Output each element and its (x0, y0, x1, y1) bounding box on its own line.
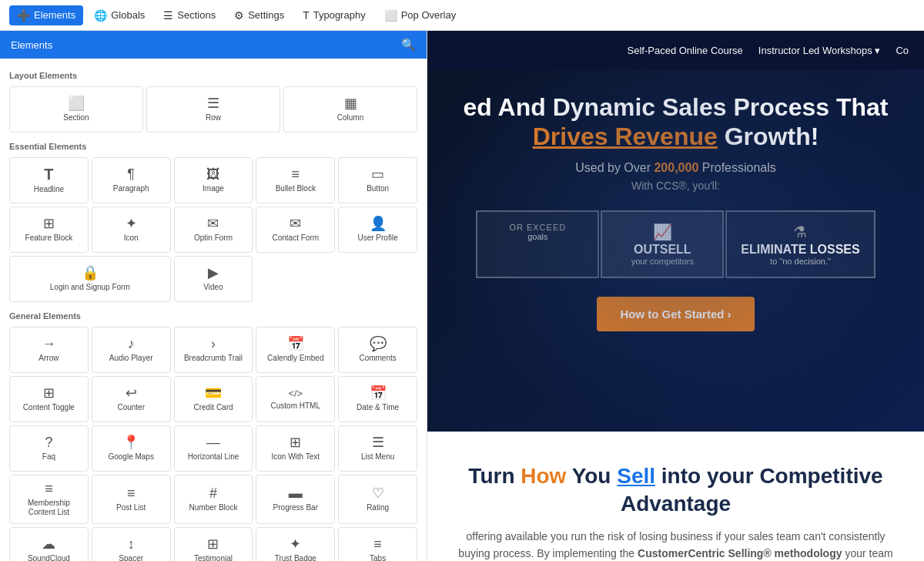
element-arrow[interactable]: → Arrow (9, 327, 89, 373)
element-credit-card[interactable]: 💳 Credit Card (174, 376, 253, 422)
preview-nav-instructor[interactable]: Instructor Led Workshops (758, 45, 881, 56)
element-contact-form[interactable]: ✉ Contact Form (256, 207, 335, 253)
general-elements-grid: → Arrow ♪ Audio Player › Breadcrumb Trai… (9, 327, 417, 561)
soundcloud-icon: ☁ (42, 537, 55, 551)
nav-typography[interactable]: T Typography (295, 5, 373, 25)
login-icon: 🔒 (82, 266, 99, 280)
element-number-block[interactable]: # Number Block (174, 475, 253, 524)
element-list-menu[interactable]: ☰ List Menu (338, 425, 417, 472)
element-rating[interactable]: ♡ Rating (338, 475, 417, 524)
element-row[interactable]: ☰ Row (146, 86, 280, 133)
row-icon: ☰ (207, 96, 219, 110)
credit-card-icon: 💳 (205, 386, 222, 400)
element-optin-form[interactable]: ✉ Optin Form (174, 207, 253, 253)
datetime-icon: 📅 (370, 386, 387, 400)
top-navigation: ➕ Elements 🌐 Globals ☰ Sections ⚙ Settin… (0, 0, 924, 31)
search-icon[interactable]: 🔍 (401, 38, 416, 52)
element-audio-player[interactable]: ♪ Audio Player (92, 327, 171, 373)
outsell-icon: 📈 (616, 223, 708, 241)
element-headline[interactable]: T Headline (9, 157, 89, 203)
panel-title: Elements (11, 39, 52, 51)
video-icon: ▶ (208, 266, 219, 280)
element-icon-with-text[interactable]: ⊞ Icon With Text (256, 425, 335, 472)
element-spacer[interactable]: ↕ Spacer (92, 527, 171, 561)
feature-box-exceed: OR EXCEED goals (476, 210, 599, 278)
element-testimonial[interactable]: ⊞ Testimonial (174, 527, 253, 561)
column-label: Column (337, 113, 363, 123)
list-menu-icon: ☰ (372, 435, 384, 449)
nav-settings[interactable]: ⚙ Settings (226, 5, 292, 25)
feature-box-outsell: 📈 OUTSELL your competitors (601, 210, 724, 278)
element-button[interactable]: ▭ Button (338, 157, 417, 203)
element-feature-block[interactable]: ⊞ Feature Block (9, 207, 89, 253)
element-google-maps[interactable]: 📍 Google Maps (92, 425, 171, 472)
spacer-icon: ↕ (128, 537, 135, 551)
essential-elements-grid: T Headline ¶ Paragraph 🖼 Image ≡ Bullet … (9, 157, 417, 302)
maps-icon: 📍 (122, 435, 139, 449)
element-icon[interactable]: ✦ Icon (92, 207, 171, 253)
image-icon: 🖼 (206, 167, 220, 181)
testimonial-icon: ⊞ (207, 537, 219, 551)
second-body: offering available you run the risk of l… (458, 528, 893, 561)
sections-icon: ☰ (163, 9, 173, 22)
nav-pop-overlay[interactable]: ⬜ Pop Overlay (377, 5, 464, 25)
element-column[interactable]: ▦ Column (283, 86, 417, 133)
button-icon: ▭ (371, 167, 384, 181)
element-login-signup[interactable]: 🔒 Login and Signup Form (9, 256, 171, 302)
headline-icon: T (44, 166, 53, 182)
feature-box-eliminate: ⚗ ELIMINATE LOSSES to "no decision." (725, 210, 875, 278)
element-faq[interactable]: ? Faq (9, 425, 89, 472)
element-tabs[interactable]: ≡ Tabs (338, 527, 417, 561)
cta-button[interactable]: How to Get Started › (597, 297, 754, 331)
element-content-toggle[interactable]: ⊞ Content Toggle (9, 376, 89, 422)
element-date-time[interactable]: 📅 Date & Time (338, 376, 417, 422)
gear-icon: ⚙ (234, 9, 244, 22)
element-calendly[interactable]: 📅 Calendly Embed (256, 327, 335, 373)
nav-globals[interactable]: 🌐 Globals (86, 5, 152, 25)
element-counter[interactable]: ↩ Counter (92, 376, 171, 422)
panel-header: Elements 🔍 (0, 31, 427, 59)
row-label: Row (206, 113, 221, 123)
hero-subtitle: Used by Over 200,000 Professionals (458, 161, 893, 175)
element-image[interactable]: 🖼 Image (174, 157, 253, 203)
user-profile-icon: 👤 (370, 217, 387, 230)
panel-content: Layout Elements ⬜ Section ☰ Row ▦ Column… (0, 59, 427, 561)
main-layout: Elements 🔍 Layout Elements ⬜ Section ☰ R… (0, 31, 924, 561)
faq-icon: ? (45, 435, 52, 449)
second-title: Turn How You Sell into your Competitive … (458, 462, 893, 519)
eliminate-title: ELIMINATE LOSSES (741, 243, 859, 257)
html-icon: </> (288, 388, 303, 398)
element-horizontal-line[interactable]: — Horizontal Line (174, 425, 253, 472)
hline-icon: — (206, 435, 220, 449)
element-progress-bar[interactable]: ▬ Progress Bar (256, 475, 335, 524)
preview-nav-self-paced[interactable]: Self-Paced Online Course (628, 45, 743, 56)
overlay-icon: ⬜ (384, 9, 397, 22)
hero-number: 200,000 (654, 161, 698, 174)
element-post-list[interactable]: ≡ Post List (92, 475, 171, 524)
element-custom-html[interactable]: </> Custom HTML (256, 376, 335, 422)
element-breadcrumb[interactable]: › Breadcrumb Trail (174, 327, 253, 373)
layout-elements-grid: ⬜ Section ☰ Row ▦ Column (9, 86, 417, 133)
element-trust-badge[interactable]: ✦ Trust Badge (256, 527, 335, 561)
element-bullet-block[interactable]: ≡ Bullet Block (256, 157, 335, 203)
element-comments[interactable]: 💬 Comments (338, 327, 417, 373)
feature-boxes: OR EXCEED goals 📈 OUTSELL your competito… (458, 210, 893, 278)
preview-nav-co[interactable]: Co (896, 45, 909, 56)
feature-block-icon: ⊞ (43, 217, 55, 230)
element-paragraph[interactable]: ¶ Paragraph (92, 157, 171, 203)
outsell-title: OUTSELL (616, 243, 708, 257)
element-user-profile[interactable]: 👤 User Profile (338, 207, 417, 253)
eliminate-icon: ⚗ (741, 223, 859, 241)
layout-section-title: Layout Elements (9, 71, 417, 80)
section-icon: ⬜ (68, 96, 85, 110)
nav-elements[interactable]: ➕ Elements (9, 5, 83, 25)
how-text: How (521, 464, 566, 488)
element-soundcloud[interactable]: ☁ SoundCloud (9, 527, 89, 561)
eliminate-sub: to "no decision." (741, 257, 859, 266)
element-membership-content[interactable]: ≡ Membership Content List (9, 475, 89, 524)
nav-sections[interactable]: ☰ Sections (156, 5, 223, 25)
comments-icon: 💬 (370, 337, 387, 351)
hero-section: ed And Dynamic Sales Process That Drives… (427, 31, 924, 432)
element-video[interactable]: ▶ Video (174, 256, 253, 302)
element-section[interactable]: ⬜ Section (9, 86, 143, 133)
